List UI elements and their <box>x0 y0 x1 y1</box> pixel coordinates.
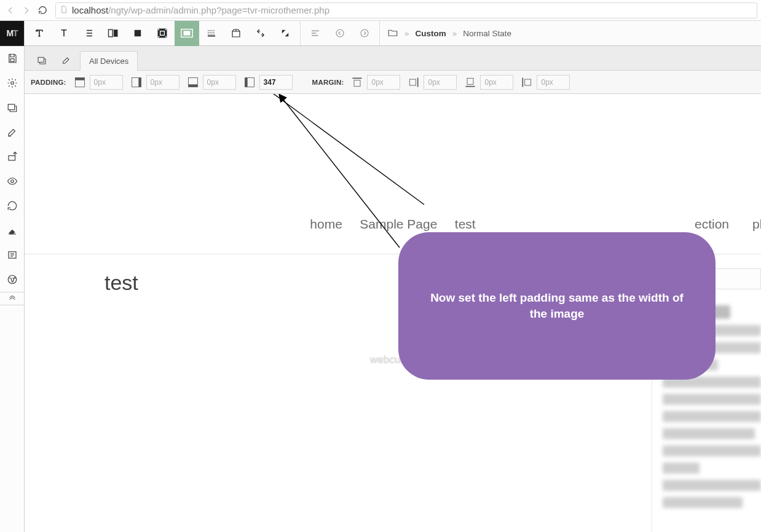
padding-right-input[interactable] <box>146 75 179 90</box>
margin-bottom-icon[interactable] <box>464 76 476 88</box>
svg-line-30 <box>203 94 424 205</box>
save-icon[interactable] <box>0 46 24 71</box>
nav-link-home[interactable]: home <box>310 217 342 232</box>
breadcrumb: » Custom » Normal State <box>380 21 511 45</box>
svg-rect-23 <box>188 84 197 87</box>
svg-point-6 <box>8 275 17 284</box>
svg-rect-25 <box>245 77 247 87</box>
dimensions-tool-icon[interactable] <box>150 21 175 46</box>
padding-top-icon[interactable] <box>74 76 86 88</box>
position-tool-icon[interactable] <box>248 21 273 46</box>
margin-left-field <box>521 75 570 90</box>
tab-all-devices[interactable]: All Devices <box>80 51 138 71</box>
margin-right-icon[interactable] <box>408 76 420 88</box>
padding-right-icon[interactable] <box>130 76 143 88</box>
eye-icon[interactable] <box>0 169 24 194</box>
eraser-icon[interactable] <box>0 218 24 243</box>
undo-icon[interactable] <box>328 21 352 46</box>
site-nav: home Sample Page test ection phra <box>25 217 761 232</box>
left-rail: MT <box>0 21 25 532</box>
nav-reload-icon[interactable] <box>37 5 48 16</box>
edit-icon[interactable] <box>0 120 24 144</box>
margin-bottom-field <box>464 75 513 90</box>
font-tool-icon[interactable] <box>27 21 52 46</box>
text-tool-icon[interactable] <box>52 21 76 46</box>
package-tool-icon[interactable] <box>224 21 248 46</box>
svg-rect-28 <box>467 78 473 84</box>
split-tool-icon[interactable] <box>101 21 125 46</box>
svg-rect-7 <box>109 29 113 37</box>
border-tool-icon[interactable] <box>199 21 224 46</box>
nav-link-ection[interactable]: ection <box>695 217 729 232</box>
nav-forward-icon[interactable] <box>21 5 32 16</box>
svg-rect-17 <box>38 57 44 62</box>
collapse-icon[interactable] <box>0 292 24 305</box>
svg-rect-19 <box>75 77 84 80</box>
history-icon[interactable] <box>0 194 24 218</box>
gear-icon[interactable] <box>0 71 24 95</box>
page-title: test <box>104 271 138 295</box>
sub-tabs: All Devices <box>25 46 761 71</box>
tab-targets[interactable] <box>31 50 53 70</box>
align-tool-icon[interactable] <box>303 21 328 46</box>
svg-rect-27 <box>410 79 416 85</box>
margin-top-field <box>351 75 400 90</box>
svg-rect-8 <box>114 29 118 37</box>
chevron-right-icon: » <box>404 29 409 38</box>
padding-top-field <box>74 75 123 90</box>
svg-point-1 <box>10 82 14 85</box>
callout-text: Now set the left padding same as the wid… <box>423 290 691 321</box>
svg-rect-29 <box>525 79 531 85</box>
padding-bottom-field <box>187 75 236 90</box>
svg-rect-13 <box>184 31 191 35</box>
margin-left-input[interactable] <box>537 75 570 90</box>
margin-right-input[interactable] <box>424 75 457 90</box>
breadcrumb-selector[interactable]: Custom <box>416 29 446 38</box>
url-text: localhost/ngty/wp-admin/admin.php?page=t… <box>72 5 329 15</box>
news-icon[interactable] <box>0 243 24 267</box>
margin-top-icon[interactable] <box>351 76 363 88</box>
file-icon <box>60 5 68 16</box>
redo-icon[interactable] <box>352 21 377 46</box>
square-tool-icon[interactable] <box>125 21 150 46</box>
wordpress-icon[interactable] <box>0 267 24 292</box>
padding-left-field <box>243 75 293 90</box>
margin-bottom-input[interactable] <box>480 75 513 90</box>
list-tool-icon[interactable] <box>76 21 101 46</box>
margin-right-field <box>408 75 457 90</box>
folder-icon[interactable] <box>387 27 398 40</box>
main-toolbar: » Custom » Normal State <box>25 21 761 46</box>
padding-margin-tool-icon[interactable] <box>175 21 199 46</box>
padding-bottom-icon[interactable] <box>187 76 199 88</box>
gradient-tool-icon[interactable] <box>273 21 298 46</box>
nav-link-sample[interactable]: Sample Page <box>360 217 437 232</box>
padding-label: PADDING: <box>31 79 66 86</box>
svg-rect-9 <box>135 30 141 37</box>
browser-chrome: localhost/ngty/wp-admin/admin.php?page=t… <box>0 0 761 21</box>
nav-link-test[interactable]: test <box>455 217 476 232</box>
padding-right-field <box>130 75 179 90</box>
svg-point-4 <box>10 180 14 183</box>
nav-back-icon[interactable] <box>5 5 16 16</box>
padding-bottom-input[interactable] <box>203 75 236 90</box>
padding-left-icon[interactable] <box>243 76 256 88</box>
breadcrumb-state[interactable]: Normal State <box>463 29 511 38</box>
padding-top-input[interactable] <box>90 75 123 90</box>
tab-label: All Devices <box>89 57 128 66</box>
svg-rect-26 <box>354 80 360 86</box>
url-bar[interactable]: localhost/ngty/wp-admin/admin.php?page=t… <box>55 2 757 18</box>
layout-icon[interactable] <box>0 95 24 120</box>
svg-rect-21 <box>138 77 141 87</box>
instruction-callout: Now set the left padding same as the wid… <box>398 232 716 380</box>
margin-top-input[interactable] <box>367 75 400 90</box>
svg-point-15 <box>336 29 344 37</box>
export-icon[interactable] <box>0 144 24 169</box>
svg-rect-3 <box>9 156 15 161</box>
margin-left-icon[interactable] <box>521 76 533 88</box>
nav-link-phra[interactable]: phra <box>752 217 761 232</box>
preview-canvas: home Sample Page test ection phra test <box>25 94 761 532</box>
app-logo[interactable]: MT <box>0 21 24 46</box>
tab-edit[interactable] <box>55 50 77 70</box>
padding-left-input[interactable] <box>259 75 293 90</box>
chevron-right-icon: » <box>452 29 457 38</box>
